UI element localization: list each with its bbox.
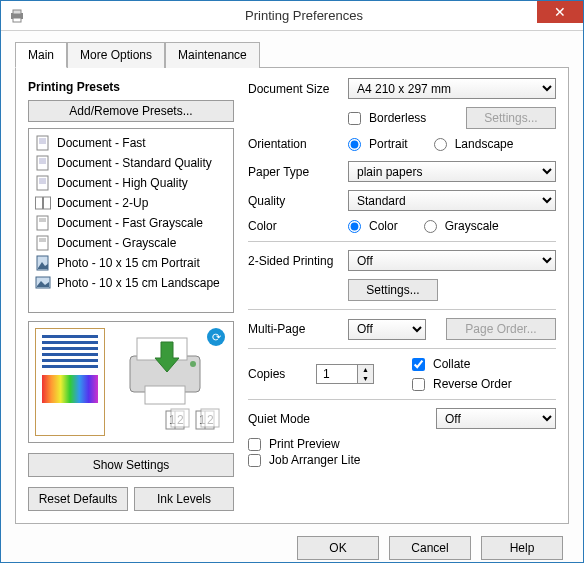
color-grayscale-radio[interactable]: Grayscale <box>424 219 499 233</box>
spin-down[interactable]: ▼ <box>358 374 373 383</box>
photo-portrait-icon <box>35 255 51 271</box>
nup-2-icon: 12 <box>165 408 191 432</box>
preset-list[interactable]: Document - Fast Document - Standard Qual… <box>28 128 234 313</box>
window-title: Printing Preferences <box>25 8 583 23</box>
orientation-portrait-radio[interactable]: Portrait <box>348 137 408 151</box>
svg-rect-29 <box>145 386 185 404</box>
document-gray-icon <box>35 235 51 251</box>
document-icon <box>35 175 51 191</box>
preset-item[interactable]: Photo - 10 x 15 cm Landscape <box>33 273 229 293</box>
window: Printing Preferences ✕ Main More Options… <box>0 0 584 563</box>
reset-defaults-button[interactable]: Reset Defaults <box>28 487 128 511</box>
quiet-mode-label: Quiet Mode <box>248 412 428 426</box>
preset-label: Document - Standard Quality <box>57 156 212 170</box>
borderless-settings-button: Settings... <box>466 107 556 129</box>
preset-label: Document - 2-Up <box>57 196 148 210</box>
document-icon <box>35 155 51 171</box>
copies-label: Copies <box>248 367 308 381</box>
quality-label: Quality <box>248 194 340 208</box>
document-icon <box>35 135 51 151</box>
tab-maintenance[interactable]: Maintenance <box>165 42 260 68</box>
multipage-select[interactable]: Off <box>348 319 426 340</box>
orientation-landscape-radio[interactable]: Landscape <box>434 137 514 151</box>
svg-rect-20 <box>37 236 48 250</box>
color-label: Color <box>248 219 340 233</box>
close-button[interactable]: ✕ <box>537 1 583 23</box>
dialog-footer: OK Cancel Help <box>15 536 569 560</box>
tab-bar: Main More Options Maintenance <box>15 41 569 68</box>
show-settings-button[interactable]: Show Settings <box>28 453 234 477</box>
ink-levels-button[interactable]: Ink Levels <box>134 487 234 511</box>
titlebar: Printing Preferences ✕ <box>1 1 583 31</box>
sync-icon: ⟳ <box>207 328 225 346</box>
copies-spinner[interactable]: ▲▼ <box>316 364 374 384</box>
printer-illustration: ⟳ 12 12 <box>115 328 227 436</box>
duplex-select[interactable]: Off <box>348 250 556 271</box>
nup-2-icon: 12 <box>195 408 221 432</box>
orientation-label: Orientation <box>248 137 340 151</box>
preset-label: Document - High Quality <box>57 176 188 190</box>
document-gray-icon <box>35 215 51 231</box>
preset-item[interactable]: Document - High Quality <box>33 173 229 193</box>
document-2up-icon <box>35 195 51 211</box>
paper-type-select[interactable]: plain papers <box>348 161 556 182</box>
help-button[interactable]: Help <box>481 536 563 560</box>
svg-rect-41 <box>201 409 219 427</box>
svg-rect-2 <box>13 18 21 22</box>
preset-label: Document - Fast Grayscale <box>57 216 203 230</box>
preset-item[interactable]: Document - Grayscale <box>33 233 229 253</box>
document-size-select[interactable]: A4 210 x 297 mm <box>348 78 556 99</box>
duplex-settings-button[interactable]: Settings... <box>348 279 438 301</box>
tab-main[interactable]: Main <box>15 42 67 68</box>
collate-checkbox[interactable]: Collate <box>412 357 512 371</box>
svg-rect-17 <box>37 216 48 230</box>
main-panel: Printing Presets Add/Remove Presets... D… <box>15 68 569 524</box>
preset-label: Document - Fast <box>57 136 146 150</box>
svg-point-31 <box>190 361 196 367</box>
svg-rect-36 <box>171 409 189 427</box>
borderless-label: Borderless <box>369 111 426 125</box>
page-preview <box>35 328 105 436</box>
photo-landscape-icon <box>35 275 51 291</box>
preset-item[interactable]: Photo - 10 x 15 cm Portrait <box>33 253 229 273</box>
preset-item[interactable]: Document - Fast Grayscale <box>33 213 229 233</box>
color-color-radio[interactable]: Color <box>348 219 398 233</box>
document-size-label: Document Size <box>248 82 340 96</box>
preset-label: Photo - 10 x 15 cm Landscape <box>57 276 220 290</box>
add-remove-presets-button[interactable]: Add/Remove Presets... <box>28 100 234 122</box>
duplex-label: 2-Sided Printing <box>248 254 340 268</box>
reverse-order-checkbox[interactable]: Reverse Order <box>412 377 512 391</box>
quality-select[interactable]: Standard <box>348 190 556 211</box>
spin-up[interactable]: ▲ <box>358 365 373 374</box>
svg-rect-1 <box>13 10 21 14</box>
quiet-mode-select[interactable]: Off <box>436 408 556 429</box>
preset-item[interactable]: Document - Fast <box>33 133 229 153</box>
page-order-button: Page Order... <box>446 318 556 340</box>
svg-rect-16 <box>44 197 51 209</box>
ok-button[interactable]: OK <box>297 536 379 560</box>
copies-input[interactable] <box>317 365 357 383</box>
preset-label: Photo - 10 x 15 cm Portrait <box>57 256 200 270</box>
preview-box: ⟳ 12 12 <box>28 321 234 443</box>
presets-heading: Printing Presets <box>28 80 234 94</box>
multipage-label: Multi-Page <box>248 322 340 336</box>
cancel-button[interactable]: Cancel <box>389 536 471 560</box>
borderless-checkbox[interactable]: Borderless <box>348 111 426 125</box>
job-arranger-checkbox[interactable]: Job Arranger Lite <box>248 453 360 467</box>
printer-icon <box>9 9 25 23</box>
preset-label: Document - Grayscale <box>57 236 176 250</box>
tab-more-options[interactable]: More Options <box>67 42 165 68</box>
svg-rect-15 <box>36 197 43 209</box>
preset-item[interactable]: Document - 2-Up <box>33 193 229 213</box>
preset-item[interactable]: Document - Standard Quality <box>33 153 229 173</box>
paper-type-label: Paper Type <box>248 165 340 179</box>
print-preview-checkbox[interactable]: Print Preview <box>248 437 340 451</box>
